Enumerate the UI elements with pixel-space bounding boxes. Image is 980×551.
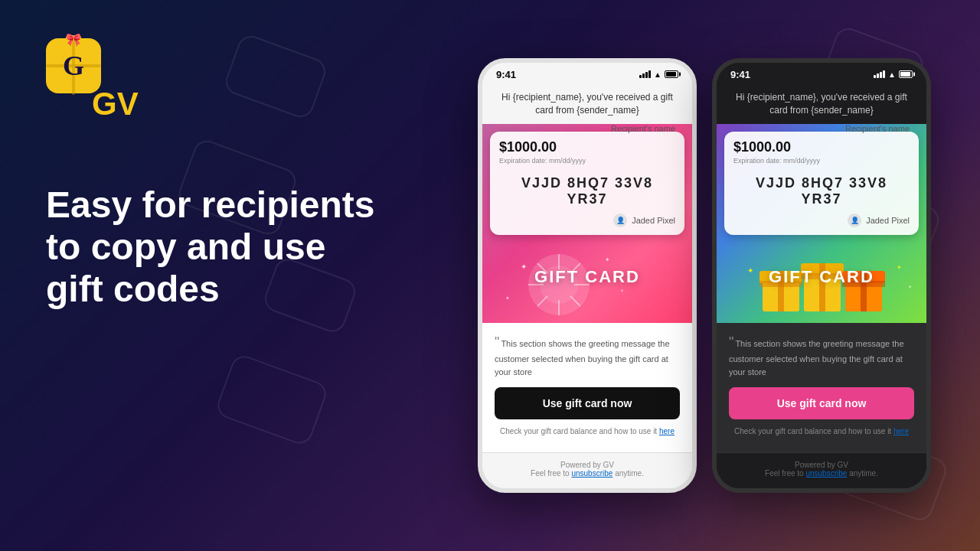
gift-card-image-dark: $1000.00 Recipient's name Expiration dat… <box>717 124 926 323</box>
status-bar-dark: 9:41 ▲ <box>717 63 926 83</box>
greeting-text-dark: This section shows the greeting message … <box>729 339 904 377</box>
greeting-message-light: "This section shows the greeting message… <box>495 332 680 378</box>
svg-text:✦: ✦ <box>897 264 902 271</box>
card-overlay-light: $1000.00 Recipient's name Expiration dat… <box>490 132 684 235</box>
gift-bottom-dark: ✦ ✦ ✦ GIFT CARD <box>717 231 926 323</box>
gift-card-label-light: GIFT CARD <box>534 267 640 287</box>
phones-container: 9:41 ▲ Hi {recipient_name}, you've recei… <box>429 0 980 551</box>
balance-label-dark: Check your gift card balance and how to … <box>734 427 891 435</box>
svg-text:✦: ✦ <box>908 285 912 289</box>
card-recipient-light: Recipient's name <box>611 124 675 133</box>
user-avatar-light: 👤 <box>613 214 627 227</box>
card-expiry-light: Expiration date: mm/dd/yyyy <box>499 157 675 165</box>
signal-icon <box>639 70 651 78</box>
battery-icon <box>665 70 678 78</box>
phone-dark-inner: 9:41 ▲ Hi {recipient_name}, you've recei… <box>717 63 926 489</box>
logo-letter: G <box>63 50 84 82</box>
user-name-dark: Jaded Pixel <box>866 216 910 225</box>
footer-powered-dark: Powered by GV <box>729 461 914 469</box>
card-expiry-dark: Expiration date: mm/dd/yyyy <box>733 157 910 165</box>
tagline: Easy for recipients to copy and use gift… <box>46 184 398 311</box>
status-icons-dark: ▲ <box>874 70 913 79</box>
wifi-icon-dark: ▲ <box>888 70 896 79</box>
quote-mark-light: " <box>495 334 499 350</box>
gift-card-label-dark: GIFT CARD <box>769 267 874 287</box>
greeting-message-dark: "This section shows the greeting message… <box>729 332 914 378</box>
card-overlay-dark: $1000.00 Recipient's name Expiration dat… <box>724 132 919 235</box>
gift-bottom-light: ✦ ✦ ✦ ✦ GIFT CARD <box>482 231 692 323</box>
status-icons-light: ▲ <box>639 70 678 79</box>
tagline-line2: to copy and use <box>46 227 325 267</box>
card-amount-light: $1000.00 <box>499 139 557 155</box>
logo-text: GV <box>92 86 139 122</box>
logo-bow: 🎀 <box>66 32 81 47</box>
phone-light-inner: 9:41 ▲ Hi {recipient_name}, you've recei… <box>482 63 692 489</box>
gift-card-image-light: $1000.00 Recipient's name Expiration dat… <box>482 124 692 323</box>
bg-shape <box>222 32 329 121</box>
card-code-dark: VJJD 8HQ7 33V8 YR37 <box>733 175 910 207</box>
tagline-line1: Easy for recipients <box>46 184 375 225</box>
quote-mark-dark: " <box>729 334 733 350</box>
email-body-dark: "This section shows the greeting message… <box>717 323 926 452</box>
tagline-line3: gift codes <box>46 269 220 309</box>
use-gift-card-button-dark[interactable]: Use gift card now <box>729 387 914 419</box>
user-avatar-dark: 👤 <box>848 214 861 227</box>
card-recipient-dark: Recipient's name <box>845 124 910 133</box>
user-name-light: Jaded Pixel <box>632 216 675 225</box>
email-header-light: Hi {recipient_name}, you've received a g… <box>482 83 692 125</box>
svg-text:✦: ✦ <box>521 262 527 271</box>
signal-icon-dark <box>874 70 885 78</box>
svg-text:✦: ✦ <box>747 266 753 275</box>
time-dark: 9:41 <box>730 69 750 80</box>
svg-text:✦: ✦ <box>605 256 610 263</box>
email-header-dark: Hi {recipient_name}, you've received a g… <box>717 83 926 125</box>
email-footer-dark: Powered by GV Feel free to unsubscribe a… <box>717 453 926 488</box>
wifi-icon: ▲ <box>654 70 662 79</box>
unsubscribe-link-light[interactable]: unsubscribe <box>571 469 612 478</box>
email-header-text-dark: Hi {recipient_name}, you've received a g… <box>736 92 907 116</box>
balance-link-light[interactable]: here <box>659 427 675 435</box>
bg-shape <box>214 352 329 447</box>
use-gift-card-button-light[interactable]: Use gift card now <box>495 387 680 419</box>
status-bar-light: 9:41 ▲ <box>482 63 692 83</box>
svg-text:✦: ✦ <box>505 295 510 301</box>
svg-text:✦: ✦ <box>620 289 624 293</box>
phone-dark-mockup: 9:41 ▲ Hi {recipient_name}, you've recei… <box>712 58 931 494</box>
balance-label-light: Check your gift card balance and how to … <box>500 427 657 435</box>
footer-powered-light: Powered by GV <box>495 461 680 469</box>
card-amount-dark: $1000.00 <box>733 139 791 155</box>
unsubscribe-link-dark[interactable]: unsubscribe <box>805 469 847 478</box>
email-body-light: "This section shows the greeting message… <box>482 323 692 452</box>
balance-text-dark: Check your gift card balance and how to … <box>729 427 914 435</box>
balance-text-light: Check your gift card balance and how to … <box>495 427 680 435</box>
card-user-light: 👤 Jaded Pixel <box>499 214 675 227</box>
footer-unsub-light: Feel free to unsubscribe anytime. <box>495 469 680 478</box>
phone-light-mockup: 9:41 ▲ Hi {recipient_name}, you've recei… <box>478 58 697 494</box>
card-code-light: VJJD 8HQ7 33V8 YR37 <box>499 175 675 207</box>
email-footer-light: Powered by GV Feel free to unsubscribe a… <box>482 453 692 488</box>
time-light: 9:41 <box>496 69 516 80</box>
email-header-text-light: Hi {recipient_name}, you've received a g… <box>501 92 673 116</box>
greeting-text-light: This section shows the greeting message … <box>495 339 670 377</box>
card-user-dark: 👤 Jaded Pixel <box>733 214 910 227</box>
battery-icon-dark <box>899 70 913 78</box>
balance-link-dark[interactable]: here <box>893 427 909 435</box>
footer-unsub-dark: Feel free to unsubscribe anytime. <box>729 469 914 478</box>
